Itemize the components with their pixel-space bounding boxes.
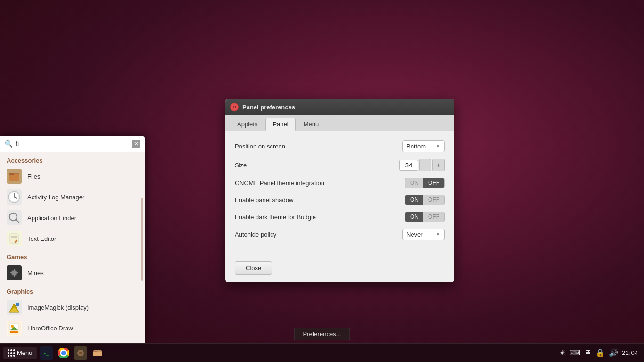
desktop: ✕ Panel preferences Applets Panel Menu P… bbox=[0, 0, 644, 362]
position-dropdown-arrow: ▼ bbox=[436, 144, 440, 149]
dialog-close-button[interactable]: ✕ bbox=[230, 103, 239, 111]
category-games: Games bbox=[0, 249, 145, 263]
app-list: Accessories Files Activity bbox=[0, 152, 145, 343]
panel-shadow-control: ON OFF bbox=[405, 195, 445, 205]
autohide-control: Never ▼ bbox=[402, 229, 445, 240]
size-control: 34 − + bbox=[399, 159, 445, 171]
dark-theme-toggle[interactable]: ON OFF bbox=[405, 212, 445, 222]
list-item[interactable]: Files bbox=[0, 166, 145, 187]
position-label: Position on screen bbox=[235, 143, 402, 150]
panel-shadow-label: Enable panel shadow bbox=[235, 197, 405, 204]
app-launcher: 🔍 ✕ Accessories Files bbox=[0, 136, 145, 343]
menu-button[interactable]: Menu bbox=[3, 347, 37, 359]
panel-shadow-off[interactable]: OFF bbox=[423, 195, 444, 205]
brightness-icon[interactable]: ☀ bbox=[559, 348, 566, 357]
gnome-theme-off[interactable]: OFF bbox=[423, 178, 444, 188]
autohide-value: Never bbox=[406, 231, 423, 238]
menu-dots-icon bbox=[8, 349, 14, 357]
size-value: 34 bbox=[399, 160, 418, 171]
dark-theme-off[interactable]: OFF bbox=[423, 212, 444, 222]
clock: 21:04 bbox=[622, 349, 638, 356]
gnome-theme-control: ON OFF bbox=[405, 178, 445, 188]
dark-theme-on[interactable]: ON bbox=[405, 212, 423, 222]
category-graphics: Graphics bbox=[0, 283, 145, 297]
dialog-close-button-bottom[interactable]: Close bbox=[235, 261, 272, 275]
dark-theme-label: Enable dark theme for Budgie bbox=[235, 214, 405, 221]
autohide-label: Autohide policy bbox=[235, 231, 402, 238]
list-item[interactable]: ImageMagick (display) bbox=[0, 297, 145, 318]
libreoffice-draw-label: LibreOffice Draw bbox=[27, 325, 73, 332]
panel-shadow-on[interactable]: ON bbox=[405, 195, 423, 205]
taskbar-left: Menu >_ bbox=[0, 346, 105, 360]
scrollbar[interactable] bbox=[141, 198, 143, 281]
panel-preferences-dialog: ✕ Panel preferences Applets Panel Menu P… bbox=[225, 99, 454, 282]
list-item[interactable]: LibreOffice Draw bbox=[0, 318, 145, 338]
size-label: Size bbox=[235, 162, 399, 169]
svg-text:>_: >_ bbox=[43, 351, 49, 356]
search-clear-button[interactable]: ✕ bbox=[132, 140, 140, 148]
taskbar-files-icon[interactable] bbox=[91, 346, 104, 360]
network-icon[interactable]: 🔒 bbox=[595, 348, 605, 357]
mines-label: Mines bbox=[27, 270, 44, 277]
gnome-theme-on[interactable]: ON bbox=[405, 178, 423, 188]
search-input[interactable] bbox=[16, 140, 129, 148]
taskbar-terminal-icon[interactable]: >_ bbox=[40, 346, 53, 360]
panel-shadow-toggle[interactable]: ON OFF bbox=[405, 195, 445, 205]
gnome-theme-label: GNOME Panel theme integration bbox=[235, 180, 405, 187]
svg-point-28 bbox=[11, 325, 14, 328]
mines-icon bbox=[7, 265, 22, 280]
setting-autohide: Autohide policy Never ▼ bbox=[235, 229, 445, 240]
dialog-titlebar: ✕ Panel preferences bbox=[225, 99, 454, 115]
svg-rect-30 bbox=[10, 331, 18, 333]
size-decrement-button[interactable]: − bbox=[419, 159, 431, 171]
gnome-theme-toggle[interactable]: ON OFF bbox=[405, 178, 445, 188]
setting-position: Position on screen Bottom ▼ bbox=[235, 140, 445, 152]
position-dropdown[interactable]: Bottom ▼ bbox=[402, 140, 445, 152]
list-item[interactable]: Mines bbox=[0, 263, 145, 283]
svg-line-9 bbox=[16, 220, 19, 222]
tab-applets[interactable]: Applets bbox=[230, 118, 264, 131]
list-item[interactable]: Text Editor bbox=[0, 228, 145, 249]
search-icon: 🔍 bbox=[5, 140, 13, 148]
imagemagick-label: ImageMagick (display) bbox=[27, 304, 89, 311]
svg-rect-40 bbox=[93, 351, 97, 352]
taskbar: Menu >_ bbox=[0, 343, 644, 362]
svg-rect-39 bbox=[93, 352, 102, 356]
list-item[interactable]: Activity Log Manager bbox=[0, 187, 145, 207]
svg-point-35 bbox=[62, 351, 66, 355]
keyboard-icon[interactable]: ⌨ bbox=[570, 348, 580, 357]
app-finder-label: Application Finder bbox=[27, 214, 76, 222]
dialog-footer: Close bbox=[225, 256, 454, 282]
text-editor-label: Text Editor bbox=[27, 235, 56, 242]
size-increment-button[interactable]: + bbox=[432, 159, 445, 171]
tab-menu[interactable]: Menu bbox=[297, 118, 326, 131]
activity-log-icon bbox=[7, 189, 22, 205]
volume-icon[interactable]: 🔊 bbox=[609, 348, 618, 357]
tab-panel[interactable]: Panel bbox=[265, 118, 295, 131]
preferences-button[interactable]: Preferences... bbox=[294, 328, 350, 340]
dark-theme-control: ON OFF bbox=[405, 212, 445, 222]
taskbar-right: ☀ ⌨ 🖥 🔒 🔊 21:04 bbox=[559, 348, 644, 357]
menu-label: Menu bbox=[17, 349, 33, 356]
svg-rect-10 bbox=[10, 234, 18, 243]
position-control: Bottom ▼ bbox=[402, 140, 445, 152]
dialog-tabs: Applets Panel Menu bbox=[225, 115, 454, 131]
svg-point-37 bbox=[79, 352, 82, 354]
autohide-dropdown[interactable]: Never ▼ bbox=[402, 229, 445, 240]
svg-point-7 bbox=[14, 197, 15, 198]
setting-panel-shadow: Enable panel shadow ON OFF bbox=[235, 195, 445, 205]
svg-point-25 bbox=[16, 303, 19, 306]
svg-point-17 bbox=[12, 271, 17, 275]
taskbar-chrome-icon[interactable] bbox=[57, 346, 70, 360]
taskbar-settings-icon[interactable] bbox=[74, 346, 87, 360]
position-value: Bottom bbox=[406, 143, 426, 150]
files-label: Files bbox=[27, 173, 40, 180]
autohide-dropdown-arrow: ▼ bbox=[436, 232, 440, 237]
list-item[interactable]: Application Finder bbox=[0, 207, 145, 228]
files-icon bbox=[7, 169, 22, 184]
dialog-title: Panel preferences bbox=[242, 104, 295, 111]
svg-rect-2 bbox=[9, 173, 14, 175]
app-finder-icon bbox=[7, 210, 22, 225]
search-bar: 🔍 ✕ bbox=[0, 136, 145, 152]
display-icon[interactable]: 🖥 bbox=[584, 349, 592, 357]
